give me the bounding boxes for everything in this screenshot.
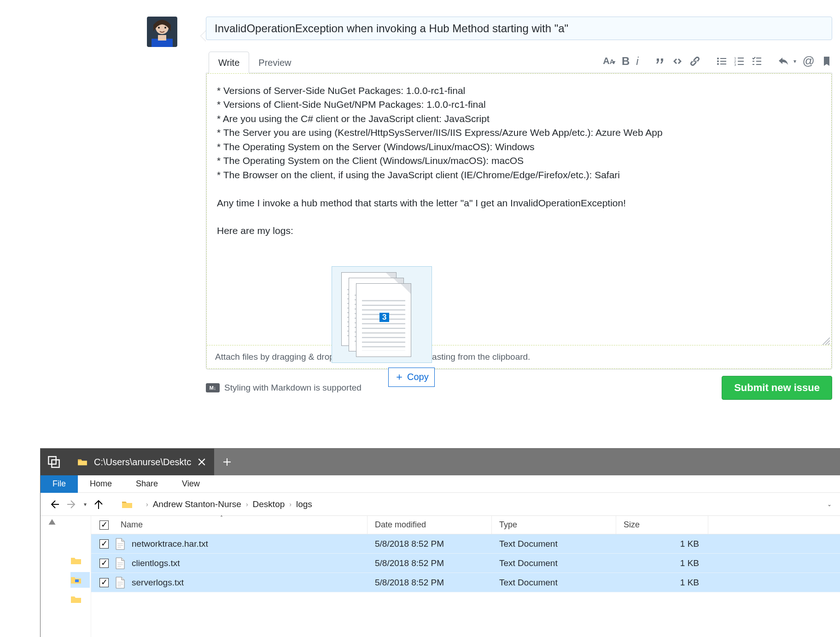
issue-body-textarea[interactable]	[207, 74, 831, 344]
ol-icon[interactable]: 123	[734, 56, 745, 67]
close-tab-icon[interactable]	[198, 458, 206, 466]
nav-tree[interactable]	[64, 516, 91, 637]
folder-icon	[77, 458, 88, 466]
ul-icon[interactable]	[716, 56, 727, 67]
svg-rect-11	[720, 64, 726, 64]
column-headers[interactable]: Name˄ Date modified Type Size	[91, 516, 840, 534]
tasklist-icon[interactable]	[751, 56, 762, 67]
svg-rect-9	[720, 61, 726, 62]
nav-up-icon[interactable]	[93, 499, 104, 510]
select-all-checkbox[interactable]	[99, 520, 109, 530]
new-tab-icon[interactable]	[222, 457, 232, 467]
file-list: Name˄ Date modified Type Size networktra…	[91, 516, 840, 637]
row-checkbox[interactable]	[99, 578, 109, 587]
bookmark-icon[interactable]	[821, 56, 832, 67]
link-icon[interactable]	[689, 56, 700, 67]
svg-point-8	[717, 60, 719, 62]
svg-rect-7	[720, 58, 726, 59]
svg-point-10	[717, 63, 719, 65]
bold-icon[interactable]: B	[622, 55, 630, 68]
svg-rect-13	[738, 58, 744, 58]
code-icon[interactable]	[672, 56, 683, 67]
select-files-link[interactable]: selecting them	[356, 352, 412, 362]
text-file-icon	[115, 577, 125, 589]
italic-icon[interactable]: i	[636, 55, 638, 68]
nav-forward-icon[interactable]	[66, 499, 77, 510]
sort-caret-icon: ˄	[220, 515, 223, 521]
ribbon-home[interactable]: Home	[78, 479, 124, 489]
history-dropdown-icon[interactable]: ▾	[84, 501, 87, 508]
editor-tabbar: Write Preview AA▾ B i 123	[206, 48, 832, 73]
svg-rect-18	[756, 58, 761, 58]
file-row[interactable]: networktrace.har.txt 5/8/2018 8:52 PM Te…	[91, 534, 840, 554]
file-explorer-window: C:\Users\anurse\Desktc File Home Share V…	[41, 449, 840, 637]
row-checkbox[interactable]	[99, 539, 109, 549]
text-file-icon	[115, 538, 125, 550]
nav-bar: ▾ ›Andrew Stanton-Nurse ›Desktop ›logs ⌄	[41, 493, 840, 516]
task-view-button[interactable]	[41, 449, 67, 475]
svg-point-5	[164, 27, 166, 29]
issue-title-input[interactable]	[206, 17, 832, 40]
row-checkbox[interactable]	[99, 559, 109, 568]
formatting-toolbar: AA▾ B i 123 ▾ @	[603, 54, 832, 68]
resize-handle-icon[interactable]	[821, 336, 830, 345]
tab-preview[interactable]: Preview	[249, 52, 300, 73]
markdown-info[interactable]: M↓ Styling with Markdown is supported	[206, 383, 362, 393]
attach-hint: Attach files by dragging & dropping, sel…	[207, 345, 831, 368]
svg-point-6	[717, 58, 719, 59]
svg-rect-19	[752, 61, 754, 62]
github-issue-composer: Write Preview AA▾ B i 123	[0, 0, 840, 456]
nav-back-icon[interactable]	[49, 499, 60, 510]
svg-rect-22	[756, 64, 761, 65]
ribbon-view[interactable]: View	[170, 479, 212, 489]
svg-rect-25	[75, 579, 79, 582]
svg-rect-17	[738, 64, 744, 65]
folder-icon	[122, 500, 133, 509]
svg-point-4	[158, 27, 160, 29]
tree-scrollbar[interactable]	[41, 516, 64, 637]
svg-text:3: 3	[734, 63, 736, 67]
file-menu[interactable]: File	[41, 475, 78, 493]
reply-icon[interactable]	[778, 56, 789, 67]
svg-rect-20	[756, 61, 761, 62]
tab-write[interactable]: Write	[209, 52, 249, 73]
file-row[interactable]: serverlogs.txt 5/8/2018 8:52 PM Text Doc…	[91, 573, 840, 592]
breadcrumb[interactable]: ›Andrew Stanton-Nurse ›Desktop ›logs	[139, 497, 821, 512]
mention-icon[interactable]: @	[803, 54, 815, 68]
svg-rect-3	[158, 35, 166, 41]
avatar	[147, 17, 177, 47]
text-file-icon	[115, 557, 125, 569]
file-row[interactable]: clientlogs.txt 5/8/2018 8:52 PM Text Doc…	[91, 554, 840, 573]
svg-rect-15	[738, 61, 744, 62]
bubble-caret	[200, 30, 206, 41]
ribbon-share[interactable]: Share	[124, 479, 170, 489]
text-size-icon[interactable]: AA▾	[603, 56, 615, 66]
ribbon: File Home Share View	[41, 475, 840, 493]
quote-icon[interactable]	[654, 56, 665, 67]
svg-rect-21	[752, 64, 754, 65]
explorer-tab[interactable]: C:\Users\anurse\Desktc	[67, 449, 214, 475]
path-dropdown-icon[interactable]: ⌄	[827, 501, 832, 508]
submit-issue-button[interactable]: Submit new issue	[722, 376, 832, 400]
